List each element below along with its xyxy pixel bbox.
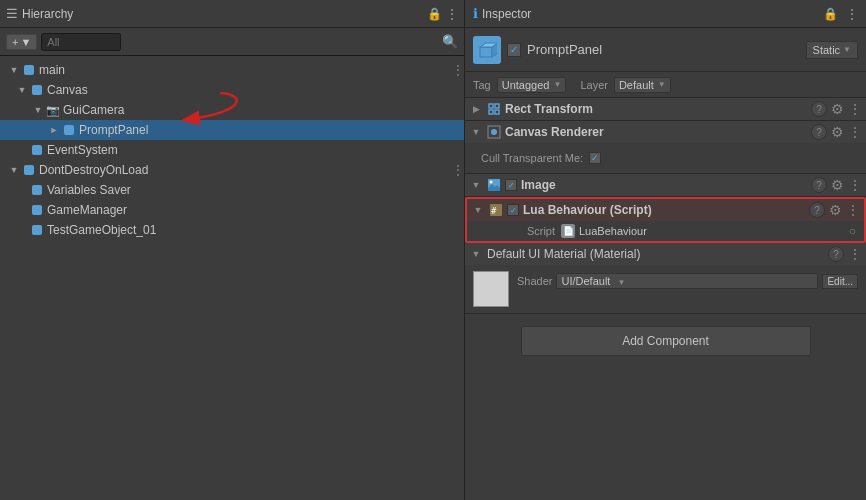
canvas-renderer-header[interactable]: ▼ Canvas Renderer ? ⚙ ⋮ [465,121,866,143]
tree-item-gamemanager[interactable]: GameManager [0,200,464,220]
expand-arrow-promptpanel [48,124,60,136]
lua-behaviour-component: ▼ # ✓ Lua Behaviour (Script) ? ⚙ ⋮ Scrip… [465,197,866,243]
svg-rect-4 [489,104,493,108]
tree-item-main[interactable]: main ⋮ [0,60,464,80]
create-button[interactable]: + ▼ [6,34,37,50]
tree-item-eventsystem[interactable]: EventSystem [0,140,464,160]
hierarchy-title: Hierarchy [22,7,423,21]
material-info: Shader UI/Default ▼ Edit... [517,271,858,289]
gameobject-icon-main [22,63,36,77]
material-menu[interactable]: ⋮ [848,246,862,262]
tree-item-dontdestroy[interactable]: DontDestroyOnLoad ⋮ [0,160,464,180]
edit-button[interactable]: Edit... [822,274,858,289]
hierarchy-toolbar: + ▼ 🔍 [0,28,464,56]
lock-icon[interactable]: 🔒 [427,7,442,21]
tree-item-testgameobject[interactable]: TestGameObject_01 [0,220,464,240]
camera-icon-guicamera: 📷 [46,103,60,117]
material-name: Default UI Material (Material) [487,247,824,261]
inspector-panel: ℹ Inspector 🔒 ⋮ ✓ PromptPanel Static ▼ T [465,0,866,500]
image-header[interactable]: ▼ ✓ Image ? ⚙ ⋮ [465,174,866,196]
add-component-button[interactable]: Add Component [521,326,811,356]
script-value-container: 📄 LuaBehaviour [561,224,843,238]
lua-behaviour-expand: ▼ [471,203,485,217]
svg-point-9 [491,129,497,135]
image-comp-icon [487,178,501,192]
expand-arrow-dontdestroy [8,164,20,176]
image-title: Image [521,178,807,192]
image-settings[interactable]: ⚙ [831,177,844,193]
svg-rect-1 [480,47,492,57]
tree-label-canvas: Canvas [47,83,88,97]
shader-value: UI/Default [561,275,610,287]
rect-transform-title: Rect Transform [505,102,807,116]
tree-item-promptpanel[interactable]: PromptPanel [0,120,464,140]
rect-transform-settings[interactable]: ⚙ [831,101,844,117]
gameobject-icon-variablessaver [30,183,44,197]
lua-behaviour-checkbox[interactable]: ✓ [507,204,519,216]
info-icon: ℹ [473,6,478,21]
material-help[interactable]: ? [828,246,844,262]
object-icon [473,36,501,64]
cube-3d-icon [477,40,497,60]
hierarchy-search[interactable] [41,33,121,51]
more-icon[interactable]: ⋮ [446,7,458,21]
tree-label-testgameobject: TestGameObject_01 [47,223,156,237]
layer-dropdown[interactable]: Default ▼ [614,77,671,93]
tree-label-gamemanager: GameManager [47,203,127,217]
material-body: Shader UI/Default ▼ Edit... [465,265,866,313]
static-button[interactable]: Static ▼ [806,41,858,59]
lua-behaviour-settings[interactable]: ⚙ [829,202,842,218]
rect-transform-expand: ▶ [469,102,483,116]
script-select-icon[interactable]: ○ [849,224,856,238]
lua-behaviour-menu[interactable]: ⋮ [846,202,860,218]
image-help[interactable]: ? [811,177,827,193]
cull-checkbox[interactable]: ✓ [589,152,601,164]
canvas-renderer-title: Canvas Renderer [505,125,807,139]
expand-arrow-main [8,64,20,76]
inspector-lock-icon[interactable]: 🔒 [823,7,838,21]
svg-text:#: # [491,206,497,216]
svg-rect-6 [489,110,493,114]
image-menu[interactable]: ⋮ [848,177,862,193]
main-menu[interactable]: ⋮ [452,63,464,77]
search-icon[interactable]: 🔍 [442,34,458,49]
lua-behaviour-help[interactable]: ? [809,202,825,218]
rect-transform-menu[interactable]: ⋮ [848,101,862,117]
rect-transform-header[interactable]: ▶ Rect Transform ? ⚙ ⋮ [465,98,866,120]
hierarchy-tree: main ⋮ Canvas 📷 GuiCamera PromptPanel [0,56,464,500]
canvas-renderer-menu[interactable]: ⋮ [848,124,862,140]
tree-item-canvas[interactable]: Canvas [0,80,464,100]
inspector-more-icon[interactable]: ⋮ [846,7,858,21]
static-dropdown-arrow: ▼ [843,45,851,54]
edit-label: Edit... [827,276,853,287]
material-preview [473,271,509,307]
material-header[interactable]: ▼ Default UI Material (Material) ? ⋮ [465,243,866,265]
rect-transform-help[interactable]: ? [811,101,827,117]
canvas-renderer-settings[interactable]: ⚙ [831,124,844,140]
tree-label-dontdestroy: DontDestroyOnLoad [39,163,148,177]
tag-value: Untagged [502,79,550,91]
tree-item-guicamera[interactable]: 📷 GuiCamera [0,100,464,120]
canvas-renderer-expand: ▼ [469,125,483,139]
svg-rect-5 [495,104,499,108]
tag-dropdown[interactable]: Untagged ▼ [497,77,567,93]
shader-label: Shader [517,275,552,287]
canvas-renderer-help[interactable]: ? [811,124,827,140]
create-label: ▼ [20,36,31,48]
dontdestroy-menu[interactable]: ⋮ [452,163,464,177]
object-active-checkbox[interactable]: ✓ [507,43,521,57]
tree-item-variablessaver[interactable]: Variables Saver [0,180,464,200]
image-checkbox[interactable]: ✓ [505,179,517,191]
hierarchy-header: ☰ Hierarchy 🔒 ⋮ [0,0,464,28]
object-name: PromptPanel [527,42,800,57]
gameobject-icon-promptpanel [62,123,76,137]
add-component-section: Add Component [465,314,866,368]
lua-behaviour-title: Lua Behaviour (Script) [523,203,805,217]
script-row: Script 📄 LuaBehaviour ○ [467,221,864,241]
tag-dropdown-arrow: ▼ [553,80,561,89]
hierarchy-header-icons: 🔒 ⋮ [427,7,458,21]
lua-behaviour-header[interactable]: ▼ # ✓ Lua Behaviour (Script) ? ⚙ ⋮ [467,199,864,221]
shader-dropdown[interactable]: UI/Default ▼ [556,273,818,289]
layer-label: Layer [580,79,608,91]
material-section: ▼ Default UI Material (Material) ? ⋮ Sha… [465,243,866,314]
